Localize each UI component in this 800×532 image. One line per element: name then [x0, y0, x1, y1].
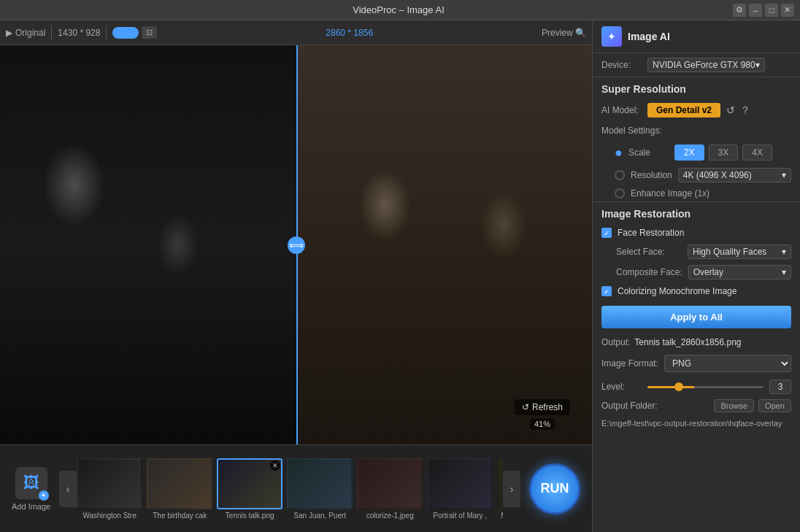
- add-image-icon: 🖼 +: [15, 467, 47, 499]
- device-row: Device: NVIDIA GeForce GTX 980 ▾: [593, 53, 800, 77]
- thumbnail-active: ✕: [217, 458, 282, 509]
- filmstrip-next-btn[interactable]: ›: [503, 471, 520, 507]
- add-image-btn[interactable]: 🖼 + Add Image: [3, 461, 59, 517]
- preview-btn[interactable]: Preview 🔍: [542, 28, 586, 38]
- thumbnail-label: colorize-1.jpeg: [366, 512, 414, 520]
- split-btn[interactable]: ⊡: [142, 26, 157, 39]
- face-restoration-row: ✓ Face Restoration: [593, 224, 800, 242]
- processed-image: [296, 45, 593, 444]
- minimize-btn[interactable]: –: [749, 4, 762, 17]
- refresh-model-icon[interactable]: ↺: [726, 104, 735, 116]
- original-image: [0, 45, 296, 444]
- panel-scrollable: ✦ Image AI Device: NVIDIA GeForce GTX 98…: [593, 20, 800, 532]
- list-item[interactable]: ✕ Tennis talk.png: [217, 458, 282, 520]
- add-badge: +: [39, 490, 49, 501]
- image-viewer: ⟺ ↺ Refresh 41%: [0, 45, 592, 444]
- maximize-btn[interactable]: □: [765, 4, 778, 17]
- list-item[interactable]: San Juan, Puert: [287, 458, 353, 520]
- chevron-down-icon: ▾: [782, 170, 786, 180]
- apply-to-all-btn[interactable]: Apply to All: [601, 306, 791, 328]
- toolbar-divider-2: [106, 26, 107, 40]
- thumbnail: [77, 458, 142, 509]
- composite-face-select[interactable]: Overlay ▾: [688, 265, 791, 280]
- thumbnail: [287, 458, 353, 509]
- view-toggle[interactable]: [112, 27, 139, 39]
- resolution-select[interactable]: 4K (4096 X 4096) ▾: [678, 168, 791, 182]
- help-icon[interactable]: ?: [742, 104, 748, 116]
- refresh-overlay: ↺ Refresh 41%: [515, 399, 570, 430]
- folder-path: E:\mgeff-test\vpc-output-restoration\hqf…: [601, 419, 791, 428]
- image-format-select[interactable]: PNG: [664, 355, 791, 372]
- thumbnail: [357, 458, 423, 509]
- model-settings-label: Model Settings:: [601, 126, 662, 136]
- output-folder-header-row: Output Folder: Browse Open: [593, 397, 800, 415]
- ai-model-row: AI Model: Gen Detail v2 ↺ ?: [593, 99, 800, 121]
- panel-header-title: Image AI: [628, 31, 670, 42]
- level-label: Level:: [601, 382, 642, 392]
- play-icon: ▶: [6, 28, 12, 38]
- resolution-radio[interactable]: [615, 170, 625, 180]
- super-resolution-header: Super Resolution: [593, 77, 800, 99]
- list-item[interactable]: Portrait of Mary ,: [427, 458, 493, 520]
- thumbnail-label: San Juan, Puert: [293, 512, 346, 520]
- image-toolbar: ▶ Original 1430 * 928 ⊡ 2860 * 1856 Prev…: [0, 20, 592, 45]
- title-bar: VideoProc – Image AI ⚙ – □ ✕: [0, 0, 800, 20]
- chevron-down-icon: ▾: [782, 247, 786, 257]
- device-select[interactable]: NVIDIA GeForce GTX 980 ▾: [647, 58, 765, 72]
- colorizing-checkbox[interactable]: ✓: [601, 286, 612, 296]
- scale-3x-btn[interactable]: 3X: [709, 144, 739, 161]
- scale-2x-btn[interactable]: 2X: [674, 144, 704, 161]
- filmstrip-prev-btn[interactable]: ‹: [59, 471, 77, 507]
- ai-model-btn[interactable]: Gen Detail v2: [647, 103, 720, 117]
- device-label: Device:: [601, 60, 642, 70]
- resolution-radio-label: Resolution: [631, 170, 672, 180]
- select-face-select[interactable]: High Quality Faces ▾: [688, 244, 791, 259]
- image-left-half: [0, 45, 296, 444]
- enhance-radio[interactable]: [615, 188, 625, 198]
- thumbnail-label: Washington Stre: [82, 512, 136, 520]
- browse-btn[interactable]: Browse: [714, 399, 754, 412]
- window-controls: ⚙ – □ ✕: [733, 4, 794, 17]
- scale-label: Scale: [628, 147, 669, 158]
- scale-radio-dot: ●: [615, 145, 623, 161]
- level-value: 3: [769, 379, 791, 394]
- output-row: Output: Tennis talk_2860x1856.png: [593, 334, 800, 350]
- settings-btn[interactable]: ⚙: [733, 4, 746, 17]
- list-item[interactable]: colorize-1.jpeg: [357, 458, 423, 520]
- splitter-handle[interactable]: ⟺: [288, 236, 305, 254]
- level-slider[interactable]: [647, 386, 764, 388]
- thumbnail: [427, 458, 493, 509]
- scale-4x-btn[interactable]: 4X: [742, 144, 772, 161]
- open-btn[interactable]: Open: [758, 399, 791, 412]
- toolbar-divider-1: [51, 26, 52, 40]
- image-format-label: Image Format:: [601, 358, 658, 369]
- ai-model-label: AI Model:: [601, 105, 642, 115]
- thumbnail-label: Tennis talk.png: [226, 512, 274, 520]
- select-face-label: Select Face:: [616, 247, 682, 257]
- face-restoration-checkbox[interactable]: ✓: [601, 228, 612, 238]
- thumbnail-label: The birthday cak: [153, 512, 207, 520]
- resolution-radio-row: Resolution 4K (4096 X 4096) ▾: [593, 165, 800, 185]
- close-btn[interactable]: ✕: [781, 4, 794, 17]
- refresh-icon: ↺: [522, 402, 529, 412]
- original-btn[interactable]: ▶ Original: [6, 28, 45, 38]
- scale-row: ● Scale 2X 3X 4X: [593, 140, 800, 165]
- select-face-row: Select Face: High Quality Faces ▾: [593, 242, 800, 262]
- enhance-radio-row: Enhance Image (1x): [593, 185, 800, 201]
- list-item[interactable]: Washington Stre: [77, 458, 142, 520]
- add-image-label: Add Image: [12, 502, 50, 511]
- refresh-btn[interactable]: ↺ Refresh: [515, 399, 570, 415]
- main-container: ▶ Original 1430 * 928 ⊡ 2860 * 1856 Prev…: [0, 20, 800, 532]
- filmstrip-close-btn[interactable]: ✕: [270, 460, 280, 471]
- face-restoration-label: Face Restoration: [618, 228, 684, 238]
- run-btn[interactable]: RUN: [529, 463, 580, 514]
- app-title: VideoProc – Image AI: [353, 4, 445, 15]
- folder-path-row: E:\mgeff-test\vpc-output-restoration\hqf…: [593, 415, 800, 432]
- list-item[interactable]: Miss Clara Blackb: [497, 458, 503, 520]
- image-area: ▶ Original 1430 * 928 ⊡ 2860 * 1856 Prev…: [0, 20, 592, 532]
- thumbnail: [147, 458, 212, 509]
- level-row: Level: 3: [593, 377, 800, 397]
- list-item[interactable]: The birthday cak: [147, 458, 212, 520]
- composite-face-label: Composite Face:: [616, 267, 682, 277]
- output-label: Output:: [601, 337, 630, 347]
